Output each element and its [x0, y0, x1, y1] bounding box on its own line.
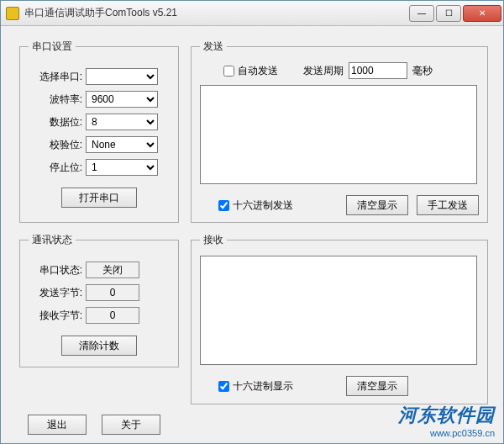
baud-dropdown[interactable]: 9600	[86, 91, 158, 108]
manual-send-button[interactable]: 手工发送	[417, 195, 479, 215]
databits-dropdown[interactable]: 8	[86, 114, 158, 130]
clear-recv-button[interactable]: 清空显示	[346, 376, 408, 396]
parity-label: 校验位:	[29, 138, 82, 152]
rx-bytes-value: 0	[86, 307, 139, 324]
recv-legend: 接收	[200, 233, 227, 247]
hex-recv-checkbox[interactable]	[218, 381, 229, 392]
stopbits-dropdown[interactable]: 1	[86, 159, 158, 176]
auto-send-label: 自动发送	[238, 64, 278, 78]
maximize-button[interactable]: ☐	[436, 5, 461, 22]
send-legend: 发送	[200, 40, 227, 54]
clear-count-button[interactable]: 清除计数	[61, 336, 137, 356]
about-button[interactable]: 关于	[102, 415, 160, 435]
port-settings-legend: 串口设置	[29, 40, 76, 54]
stopbits-label: 停止位:	[29, 161, 82, 175]
app-window: 串口通信调试助手ComTools v5.21 — ☐ ✕ 串口设置 选择串口: …	[0, 0, 504, 444]
close-button[interactable]: ✕	[463, 5, 501, 22]
tx-bytes-value: 0	[86, 284, 139, 301]
select-port-dropdown[interactable]	[86, 68, 158, 85]
hex-send-checkbox[interactable]	[218, 200, 229, 211]
titlebar: 串口通信调试助手ComTools v5.21 — ☐ ✕	[1, 1, 503, 26]
port-settings-group: 串口设置 选择串口: 波特率: 9600 数据位: 8 校验位: None 停止…	[19, 40, 179, 223]
port-state-value: 关闭	[86, 262, 139, 278]
rx-bytes-label: 接收字节:	[29, 309, 82, 323]
recv-textarea[interactable]	[200, 256, 477, 365]
period-label: 发送周期	[303, 64, 344, 78]
send-textarea[interactable]	[200, 85, 477, 184]
hex-recv-label: 十六进制显示	[233, 379, 293, 394]
period-unit: 毫秒	[412, 64, 433, 78]
app-icon	[6, 7, 19, 20]
comm-status-group: 通讯状态 串口状态: 关闭 发送字节: 0 接收字节: 0 清除计数	[19, 233, 179, 367]
recv-group: 接收 十六进制显示 清空显示	[191, 233, 488, 404]
send-group: 发送 自动发送 发送周期 毫秒 十六进制发送 清空显示 手工发送	[191, 40, 488, 223]
hex-send-label: 十六进制发送	[233, 198, 293, 213]
client-area: 串口设置 选择串口: 波特率: 9600 数据位: 8 校验位: None 停止…	[1, 26, 503, 443]
open-port-button[interactable]: 打开串口	[61, 188, 137, 208]
period-input[interactable]	[349, 62, 407, 79]
select-port-label: 选择串口:	[29, 70, 82, 84]
tx-bytes-label: 发送字节:	[29, 286, 82, 300]
databits-label: 数据位:	[29, 115, 82, 130]
clear-send-button[interactable]: 清空显示	[346, 195, 408, 215]
watermark-url: www.pc0359.cn	[398, 428, 495, 438]
port-state-label: 串口状态:	[29, 263, 82, 278]
watermark: 河东软件园 www.pc0359.cn	[398, 403, 495, 438]
window-title: 串口通信调试助手ComTools v5.21	[24, 6, 409, 20]
baud-label: 波特率:	[29, 92, 82, 107]
minimize-button[interactable]: —	[409, 5, 434, 22]
watermark-brand: 河东软件园	[398, 403, 495, 428]
exit-button[interactable]: 退出	[28, 415, 87, 435]
auto-send-checkbox[interactable]	[223, 66, 234, 77]
parity-dropdown[interactable]: None	[86, 136, 158, 153]
comm-status-legend: 通讯状态	[29, 233, 76, 247]
